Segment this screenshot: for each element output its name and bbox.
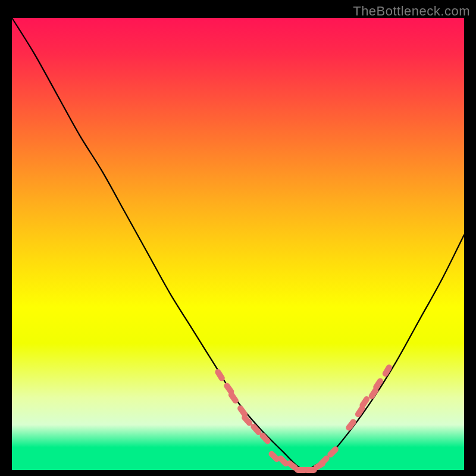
- watermark-text: TheBottleneck.com: [353, 4, 470, 19]
- marker-group: [214, 364, 393, 473]
- chart-frame: TheBottleneck.com: [0, 0, 476, 476]
- chart-svg: [12, 18, 464, 470]
- plot-area: [12, 18, 464, 470]
